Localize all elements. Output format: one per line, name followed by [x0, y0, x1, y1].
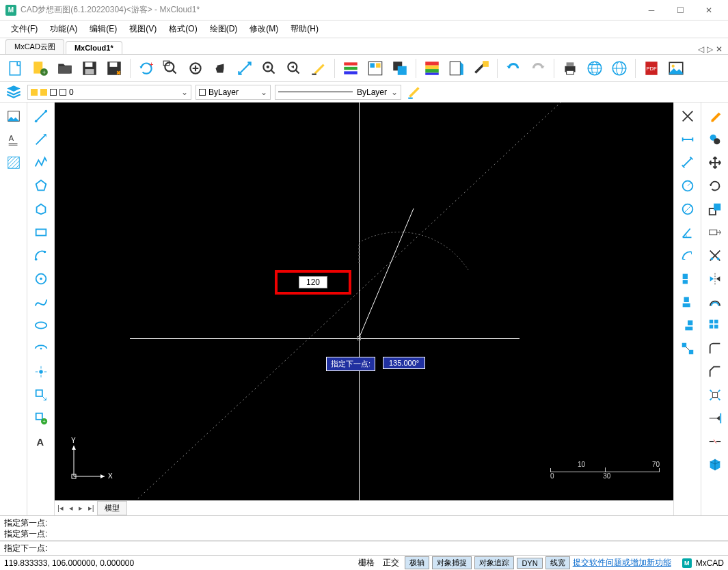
tab-prev-icon[interactable]: ◁	[698, 44, 704, 54]
fillet-button[interactable]	[704, 338, 726, 359]
status-osnap[interactable]: 对象捕捉	[432, 556, 472, 569]
status-polar[interactable]: 极轴	[405, 556, 429, 569]
polygon-button[interactable]	[30, 175, 52, 197]
point-button[interactable]	[30, 361, 52, 383]
mtext-button[interactable]: A	[30, 431, 52, 452]
linetype-combo[interactable]: ByLayer ⌄	[275, 85, 401, 100]
erase-button[interactable]	[704, 105, 726, 127]
circle-button[interactable]	[30, 268, 52, 290]
ellipse-arc-button[interactable]	[30, 338, 52, 359]
redraw-button[interactable]: +	[135, 57, 158, 80]
minimize-button[interactable]: ─	[638, 1, 665, 20]
layout-last-icon[interactable]: ▸|	[85, 504, 97, 513]
properties-button[interactable]	[445, 57, 468, 80]
status-ortho[interactable]: 正交	[380, 557, 402, 569]
menu-modify[interactable]: 修改(M)	[244, 21, 284, 38]
scale-button[interactable]	[704, 198, 726, 220]
rotate-button[interactable]	[704, 175, 726, 197]
tab-next-icon[interactable]: ▷	[707, 44, 713, 54]
open-button[interactable]	[53, 57, 77, 80]
ellipse-button[interactable]	[30, 314, 52, 336]
dynamic-input[interactable]: 120	[299, 276, 327, 288]
command-input-row[interactable]: 指定下一点:	[0, 541, 728, 555]
menu-file[interactable]: 文件(F)	[5, 21, 43, 38]
break-button[interactable]	[704, 431, 726, 452]
undo-button[interactable]	[502, 57, 525, 80]
layout-first-icon[interactable]: |◂	[55, 504, 66, 513]
explode-button[interactable]	[704, 384, 726, 406]
layout-next-icon[interactable]: ▸	[76, 504, 85, 513]
menu-function[interactable]: 功能(A)	[44, 21, 83, 38]
3d-view-button[interactable]	[704, 454, 726, 476]
image-insert-button[interactable]	[3, 105, 25, 127]
menu-format[interactable]: 格式(O)	[163, 21, 202, 38]
image-button[interactable]	[664, 57, 688, 80]
tab-mxcad-cloud[interactable]: MxCAD云图	[5, 39, 64, 54]
new-dropdown-button[interactable]: +	[29, 57, 52, 80]
move-button[interactable]	[704, 152, 726, 174]
zoom-window-button[interactable]	[159, 57, 183, 80]
save-button[interactable]	[78, 57, 101, 80]
polygon2-button[interactable]	[30, 198, 52, 220]
dim-arc-button[interactable]	[677, 245, 699, 267]
status-otrack[interactable]: 对象追踪	[474, 556, 514, 569]
text-button[interactable]: A	[3, 128, 25, 150]
status-dyn[interactable]: DYN	[517, 558, 542, 569]
arc-button[interactable]	[30, 245, 52, 267]
print-button[interactable]	[558, 57, 582, 80]
layout-prev-icon[interactable]: ◂	[66, 504, 76, 513]
extend-button[interactable]	[704, 407, 726, 429]
tab-mxcloud1[interactable]: MxCloud1*	[66, 41, 122, 54]
layer-combo[interactable]: 0 ⌄	[27, 85, 191, 100]
rectangle-button[interactable]	[30, 221, 52, 243]
palette-button[interactable]	[420, 57, 444, 80]
menu-help[interactable]: 帮助(H)	[285, 21, 324, 38]
block-button[interactable]	[30, 384, 52, 406]
line-button[interactable]	[30, 105, 52, 127]
tab-close-icon[interactable]: ✕	[716, 44, 723, 54]
dim-radius-button[interactable]	[677, 175, 699, 197]
menu-draw[interactable]: 绘图(D)	[204, 21, 243, 38]
align-right-button[interactable]	[677, 314, 699, 336]
polyline-button[interactable]	[30, 152, 52, 174]
dim-linear-button[interactable]	[677, 128, 699, 150]
hatch-button[interactable]	[3, 152, 25, 174]
zoom-previous-button[interactable]	[282, 57, 306, 80]
highlight-button[interactable]	[307, 57, 330, 80]
mirror-button[interactable]	[704, 268, 726, 290]
array-button[interactable]	[704, 314, 726, 336]
layer-match-button[interactable]	[388, 57, 412, 80]
offset-button[interactable]	[704, 291, 726, 313]
linetype-edit-button[interactable]	[405, 84, 424, 100]
align-center-button[interactable]	[677, 291, 699, 313]
layer-properties-button[interactable]	[339, 57, 362, 80]
color-combo[interactable]: ByLayer ⌄	[196, 85, 271, 100]
stretch-button[interactable]	[704, 221, 726, 243]
close-button[interactable]: ✕	[695, 1, 723, 20]
layer-manager-button[interactable]	[4, 84, 23, 100]
pdf-button[interactable]: PDF	[640, 57, 663, 80]
saveas-button[interactable]	[103, 57, 126, 80]
match-properties-button[interactable]	[470, 57, 493, 80]
dim-diameter-button[interactable]	[677, 198, 699, 220]
pan-button[interactable]	[208, 57, 232, 80]
drawing-canvas[interactable]: 120 指定下一点: 135.000° Y X 1070 030	[55, 103, 673, 500]
layer-states-button[interactable]	[364, 57, 387, 80]
align-left-button[interactable]	[677, 268, 699, 290]
menu-edit[interactable]: 编辑(E)	[84, 21, 122, 38]
new-button[interactable]	[4, 57, 27, 80]
web2-button[interactable]	[608, 57, 631, 80]
dim-aligned-button[interactable]	[677, 152, 699, 174]
zoom-realtime-button[interactable]	[233, 57, 256, 80]
zoom-center-button[interactable]	[258, 57, 281, 80]
ray-button[interactable]	[30, 128, 52, 150]
status-lweight[interactable]: 线宽	[545, 556, 570, 569]
redo-button[interactable]	[526, 57, 550, 80]
zoom-extents-button[interactable]	[184, 57, 207, 80]
maximize-button[interactable]: ☐	[666, 1, 694, 20]
trim-button[interactable]	[704, 245, 726, 267]
dim-angular-button[interactable]	[677, 221, 699, 243]
menu-view[interactable]: 视图(V)	[124, 21, 162, 38]
status-grid[interactable]: 栅格	[355, 557, 377, 569]
chamfer-button[interactable]	[704, 361, 726, 383]
